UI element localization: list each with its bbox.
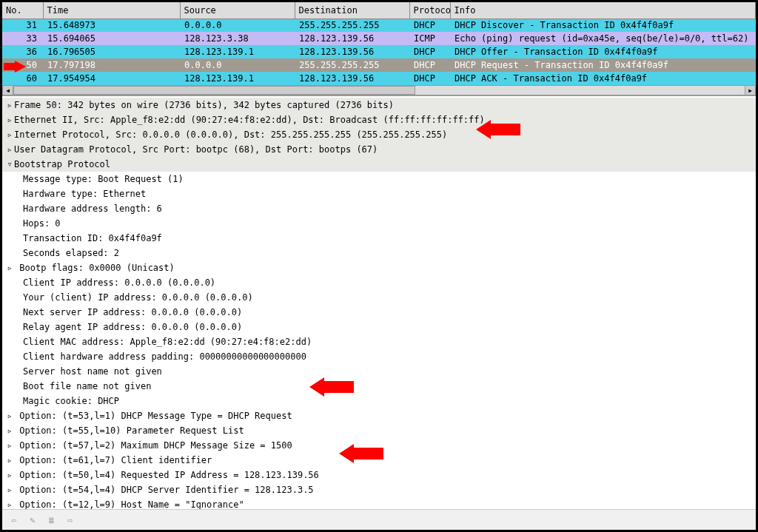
cell-source: 0.0.0.0 [180, 18, 295, 32]
detail-item[interactable]: ▹ Bootp flags: 0x0000 (Unicast) [2, 260, 756, 275]
detail-text: Option: (t=57,l=2) Maximum DHCP Message … [19, 440, 292, 451]
cell-dest: 255.255.255.255 [295, 58, 409, 72]
cell-info: Echo (ping) request (id=0xa45e, seq(be/l… [450, 32, 756, 45]
expand-icon[interactable]: ▹ [5, 143, 14, 156]
scroll-track[interactable] [13, 86, 745, 95]
detail-item[interactable]: Server host name not given [2, 364, 756, 379]
col-header-time[interactable]: Time [43, 2, 180, 18]
cell-no: 33 [2, 32, 43, 45]
col-header-source[interactable]: Source [180, 2, 295, 18]
expand-icon[interactable]: ▹ [5, 439, 14, 452]
packet-list-h-scrollbar[interactable]: ◂ ▸ [2, 85, 756, 95]
detail-item[interactable]: Hardware address length: 6 [2, 201, 756, 216]
table-row[interactable]: 3616.796505128.123.139.1128.123.139.56DH… [2, 45, 756, 58]
cell-proto: DHCP [409, 18, 450, 32]
svg-marker-1 [476, 120, 520, 139]
table-row[interactable]: 3315.694065128.123.3.38128.123.139.56ICM… [2, 32, 756, 45]
detail-item[interactable]: Your (client) IP address: 0.0.0.0 (0.0.0… [2, 290, 756, 305]
expand-icon[interactable]: ▹ [5, 498, 14, 509]
detail-text: Ethernet II, Src: Apple_f8:e2:dd (90:27:… [14, 115, 485, 125]
cell-proto: ICMP [409, 32, 450, 45]
detail-text: Hardware type: Ethernet [23, 189, 146, 199]
cell-source: 0.0.0.0 [180, 58, 295, 72]
col-header-no[interactable]: No. [2, 2, 43, 18]
cell-dest: 128.123.139.56 [295, 45, 409, 58]
cell-dest: 128.123.139.56 [295, 72, 409, 85]
cell-no: 36 [2, 45, 43, 58]
nav-back-button[interactable]: ⇦ [11, 515, 16, 525]
detail-text: Bootp flags: 0x0000 (Unicast) [19, 263, 175, 273]
expand-icon[interactable]: ▹ [5, 128, 14, 141]
detail-item-option[interactable]: ▹ Option: (t=12,l=9) Host Name = "Ignora… [2, 497, 756, 509]
cell-time: 16.796505 [43, 45, 180, 58]
table-row[interactable]: 3115.6489730.0.0.0255.255.255.255DHCPDHC… [2, 18, 756, 32]
cell-info: DHCP Offer - Transaction ID 0x4f4f0a9f [450, 45, 756, 58]
detail-item[interactable]: Client hardware address padding: 0000000… [2, 349, 756, 364]
expand-icon[interactable]: ▹ [5, 98, 14, 112]
scroll-thumb[interactable] [13, 86, 415, 95]
detail-text: Your (client) IP address: 0.0.0.0 (0.0.0… [23, 292, 253, 303]
nav-forward-button[interactable]: ⇨ [67, 515, 73, 525]
expand-icon[interactable]: ▹ [5, 261, 14, 275]
col-header-protocol[interactable]: Protocol [409, 2, 450, 18]
annotation-arrow-selected-row [4, 61, 26, 73]
detail-udp[interactable]: ▹User Datagram Protocol, Src Port: bootp… [2, 142, 756, 157]
detail-item[interactable]: Hardware type: Ethernet [2, 186, 756, 201]
expand-icon[interactable]: ▹ [5, 424, 14, 437]
detail-item[interactable]: Message type: Boot Request (1) [2, 172, 756, 186]
cell-time: 17.954954 [43, 72, 180, 85]
detail-item-option[interactable]: ▹ Option: (t=50,l=4) Requested IP Addres… [2, 468, 756, 482]
detail-item[interactable]: Client IP address: 0.0.0.0 (0.0.0.0) [2, 275, 756, 290]
detail-ip[interactable]: ▹Internet Protocol, Src: 0.0.0.0 (0.0.0.… [2, 127, 756, 142]
expand-icon[interactable]: ▹ [5, 409, 14, 422]
detail-text: Magic cookie: DHCP [23, 396, 119, 406]
svg-marker-3 [339, 444, 383, 463]
edit-button[interactable]: ✎ [30, 515, 35, 525]
app-frame: No. Time Source Destination Protocol Inf… [0, 0, 758, 532]
collapse-icon[interactable]: ▿ [5, 158, 14, 171]
detail-item[interactable]: Magic cookie: DHCP [2, 394, 756, 408]
scroll-left-button[interactable]: ◂ [3, 86, 13, 95]
expand-icon[interactable]: ▹ [5, 468, 14, 482]
detail-item[interactable]: Next server IP address: 0.0.0.0 (0.0.0.0… [2, 305, 756, 320]
packet-table: No. Time Source Destination Protocol Inf… [2, 2, 756, 85]
detail-frame[interactable]: ▹Frame 50: 342 bytes on wire (2736 bits)… [2, 98, 756, 112]
detail-text: Internet Protocol, Src: 0.0.0.0 (0.0.0.0… [14, 129, 447, 140]
table-row[interactable]: 5017.7971980.0.0.0255.255.255.255DHCPDHC… [2, 58, 756, 72]
cell-info: DHCP Request - Transaction ID 0x4f4f0a9f [450, 58, 756, 72]
detail-text: Client hardware address padding: 0000000… [23, 351, 306, 362]
col-header-info[interactable]: Info [450, 2, 756, 18]
detail-item[interactable]: Relay agent IP address: 0.0.0.0 (0.0.0.0… [2, 320, 756, 334]
detail-item[interactable]: Client MAC address: Apple_f8:e2:dd (90:2… [2, 334, 756, 349]
detail-item[interactable]: Seconds elapsed: 2 [2, 246, 756, 260]
expand-icon[interactable]: ▹ [5, 113, 14, 127]
cell-time: 17.797198 [43, 58, 180, 72]
expand-icon[interactable]: ▹ [5, 454, 14, 467]
detail-item[interactable]: Boot file name not given [2, 379, 756, 394]
table-row[interactable]: 6017.954954128.123.139.1128.123.139.56DH… [2, 72, 756, 85]
detail-text: Option: (t=12,l=9) Host Name = "Ignoranc… [19, 499, 244, 509]
cell-dest: 128.123.139.56 [295, 32, 409, 45]
annotation-arrow-ip-line [476, 120, 520, 141]
scroll-right-button[interactable]: ▸ [745, 86, 755, 95]
cell-dest: 255.255.255.255 [295, 18, 409, 32]
detail-item-option[interactable]: ▹ Option: (t=55,l=10) Parameter Request … [2, 423, 756, 438]
detail-ethernet[interactable]: ▹Ethernet II, Src: Apple_f8:e2:dd (90:27… [2, 112, 756, 127]
detail-bootp[interactable]: ▿Bootstrap Protocol [2, 157, 756, 172]
detail-item[interactable]: Transaction ID: 0x4f4f0a9f [2, 231, 756, 246]
detail-text: Option: (t=55,l=10) Parameter Request Li… [19, 425, 244, 436]
bottom-toolbar: ⇦ ✎ ≣ ⇨ [2, 509, 756, 530]
detail-text: Hardware address length: 6 [23, 203, 162, 214]
detail-text: Server host name not given [23, 366, 162, 377]
packet-table-body: 3115.6489730.0.0.0255.255.255.255DHCPDHC… [2, 18, 756, 85]
detail-item[interactable]: Hops: 0 [2, 216, 756, 231]
annotation-arrow-server-identifier [339, 444, 383, 465]
detail-item-option[interactable]: ▹ Option: (t=54,l=4) DHCP Server Identif… [2, 482, 756, 497]
expand-icon[interactable]: ▹ [5, 483, 14, 496]
detail-text: Option: (t=53,l=1) DHCP Message Type = D… [19, 411, 292, 421]
detail-item-option[interactable]: ▹ Option: (t=53,l=1) DHCP Message Type =… [2, 408, 756, 423]
list-button[interactable]: ≣ [48, 515, 53, 525]
annotation-arrow-dhcp-request [309, 377, 354, 399]
packet-list-pane: No. Time Source Destination Protocol Inf… [2, 2, 756, 95]
col-header-destination[interactable]: Destination [295, 2, 409, 18]
